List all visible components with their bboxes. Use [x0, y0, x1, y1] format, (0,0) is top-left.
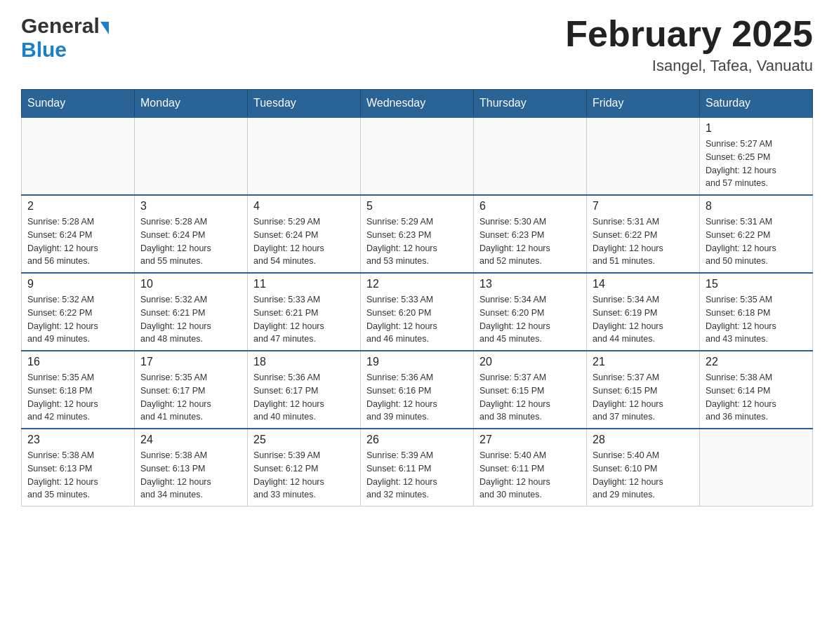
calendar-cell: 6Sunrise: 5:30 AM Sunset: 6:23 PM Daylig… [474, 195, 587, 273]
day-number: 4 [253, 200, 355, 213]
calendar-week-row: 16Sunrise: 5:35 AM Sunset: 6:18 PM Dayli… [22, 351, 813, 429]
day-number: 27 [479, 434, 581, 446]
day-info: Sunrise: 5:33 AM Sunset: 6:21 PM Dayligh… [253, 293, 355, 346]
day-number: 28 [593, 434, 694, 446]
day-info: Sunrise: 5:39 AM Sunset: 6:11 PM Dayligh… [366, 449, 468, 502]
location-text: Isangel, Tafea, Vanuatu [565, 57, 813, 75]
weekday-header-wednesday: Wednesday [361, 90, 474, 118]
calendar-cell: 17Sunrise: 5:35 AM Sunset: 6:17 PM Dayli… [135, 351, 248, 429]
day-number: 18 [253, 356, 355, 368]
title-block: February 2025 Isangel, Tafea, Vanuatu [565, 14, 813, 75]
page-header: General Blue February 2025 Isangel, Tafe… [21, 14, 813, 75]
calendar-cell: 11Sunrise: 5:33 AM Sunset: 6:21 PM Dayli… [248, 273, 361, 351]
calendar-cell [248, 117, 361, 195]
day-number: 9 [27, 278, 128, 290]
day-number: 11 [253, 278, 355, 290]
day-info: Sunrise: 5:35 AM Sunset: 6:18 PM Dayligh… [27, 371, 128, 424]
calendar-cell: 27Sunrise: 5:40 AM Sunset: 6:11 PM Dayli… [474, 429, 587, 507]
calendar-cell: 24Sunrise: 5:38 AM Sunset: 6:13 PM Dayli… [135, 429, 248, 507]
calendar-header-row: SundayMondayTuesdayWednesdayThursdayFrid… [22, 90, 813, 118]
calendar-cell: 14Sunrise: 5:34 AM Sunset: 6:19 PM Dayli… [587, 273, 700, 351]
day-number: 22 [706, 356, 807, 368]
weekday-header-thursday: Thursday [474, 90, 587, 118]
day-info: Sunrise: 5:37 AM Sunset: 6:15 PM Dayligh… [593, 371, 694, 424]
day-info: Sunrise: 5:35 AM Sunset: 6:18 PM Dayligh… [706, 293, 807, 346]
day-info: Sunrise: 5:27 AM Sunset: 6:25 PM Dayligh… [706, 137, 807, 190]
logo-general-text: General [21, 14, 100, 38]
calendar-cell: 23Sunrise: 5:38 AM Sunset: 6:13 PM Dayli… [22, 429, 135, 507]
day-info: Sunrise: 5:38 AM Sunset: 6:13 PM Dayligh… [140, 449, 241, 502]
day-info: Sunrise: 5:34 AM Sunset: 6:19 PM Dayligh… [593, 293, 694, 346]
calendar-cell: 7Sunrise: 5:31 AM Sunset: 6:22 PM Daylig… [587, 195, 700, 273]
day-info: Sunrise: 5:36 AM Sunset: 6:17 PM Dayligh… [253, 371, 355, 424]
calendar-cell: 3Sunrise: 5:28 AM Sunset: 6:24 PM Daylig… [135, 195, 248, 273]
calendar-cell: 20Sunrise: 5:37 AM Sunset: 6:15 PM Dayli… [474, 351, 587, 429]
day-info: Sunrise: 5:31 AM Sunset: 6:22 PM Dayligh… [706, 215, 807, 268]
day-info: Sunrise: 5:37 AM Sunset: 6:15 PM Dayligh… [479, 371, 581, 424]
calendar-cell: 12Sunrise: 5:33 AM Sunset: 6:20 PM Dayli… [361, 273, 474, 351]
calendar-cell: 4Sunrise: 5:29 AM Sunset: 6:24 PM Daylig… [248, 195, 361, 273]
day-info: Sunrise: 5:38 AM Sunset: 6:13 PM Dayligh… [27, 449, 128, 502]
day-info: Sunrise: 5:34 AM Sunset: 6:20 PM Dayligh… [479, 293, 581, 346]
calendar-week-row: 2Sunrise: 5:28 AM Sunset: 6:24 PM Daylig… [22, 195, 813, 273]
day-number: 3 [140, 200, 241, 213]
calendar-cell: 2Sunrise: 5:28 AM Sunset: 6:24 PM Daylig… [22, 195, 135, 273]
month-title: February 2025 [565, 14, 813, 54]
calendar-cell: 16Sunrise: 5:35 AM Sunset: 6:18 PM Dayli… [22, 351, 135, 429]
calendar-cell [700, 429, 813, 507]
day-number: 19 [366, 356, 468, 368]
day-number: 16 [27, 356, 128, 368]
calendar-table: SundayMondayTuesdayWednesdayThursdayFrid… [21, 89, 813, 507]
day-info: Sunrise: 5:38 AM Sunset: 6:14 PM Dayligh… [706, 371, 807, 424]
calendar-cell: 19Sunrise: 5:36 AM Sunset: 6:16 PM Dayli… [361, 351, 474, 429]
day-number: 15 [706, 278, 807, 290]
logo: General Blue [21, 14, 109, 62]
calendar-week-row: 1Sunrise: 5:27 AM Sunset: 6:25 PM Daylig… [22, 117, 813, 195]
day-info: Sunrise: 5:33 AM Sunset: 6:20 PM Dayligh… [366, 293, 468, 346]
calendar-cell: 25Sunrise: 5:39 AM Sunset: 6:12 PM Dayli… [248, 429, 361, 507]
day-info: Sunrise: 5:29 AM Sunset: 6:24 PM Dayligh… [253, 215, 355, 268]
calendar-cell: 15Sunrise: 5:35 AM Sunset: 6:18 PM Dayli… [700, 273, 813, 351]
day-info: Sunrise: 5:36 AM Sunset: 6:16 PM Dayligh… [366, 371, 468, 424]
calendar-cell: 8Sunrise: 5:31 AM Sunset: 6:22 PM Daylig… [700, 195, 813, 273]
day-number: 23 [27, 434, 128, 446]
calendar-cell [474, 117, 587, 195]
calendar-week-row: 9Sunrise: 5:32 AM Sunset: 6:22 PM Daylig… [22, 273, 813, 351]
weekday-header-monday: Monday [135, 90, 248, 118]
calendar-cell: 10Sunrise: 5:32 AM Sunset: 6:21 PM Dayli… [135, 273, 248, 351]
day-info: Sunrise: 5:40 AM Sunset: 6:11 PM Dayligh… [479, 449, 581, 502]
calendar-week-row: 23Sunrise: 5:38 AM Sunset: 6:13 PM Dayli… [22, 429, 813, 507]
calendar-cell: 26Sunrise: 5:39 AM Sunset: 6:11 PM Dayli… [361, 429, 474, 507]
calendar-cell: 18Sunrise: 5:36 AM Sunset: 6:17 PM Dayli… [248, 351, 361, 429]
weekday-header-sunday: Sunday [22, 90, 135, 118]
day-number: 13 [479, 278, 581, 290]
logo-blue-text: Blue [21, 38, 67, 61]
day-info: Sunrise: 5:39 AM Sunset: 6:12 PM Dayligh… [253, 449, 355, 502]
day-number: 26 [366, 434, 468, 446]
day-info: Sunrise: 5:40 AM Sunset: 6:10 PM Dayligh… [593, 449, 694, 502]
day-number: 1 [706, 122, 807, 135]
day-info: Sunrise: 5:30 AM Sunset: 6:23 PM Dayligh… [479, 215, 581, 268]
calendar-cell [22, 117, 135, 195]
calendar-cell [135, 117, 248, 195]
day-number: 6 [479, 200, 581, 213]
day-number: 21 [593, 356, 694, 368]
day-info: Sunrise: 5:35 AM Sunset: 6:17 PM Dayligh… [140, 371, 241, 424]
calendar-cell [361, 117, 474, 195]
day-info: Sunrise: 5:28 AM Sunset: 6:24 PM Dayligh… [140, 215, 241, 268]
day-number: 2 [27, 200, 128, 213]
day-number: 7 [593, 200, 694, 213]
calendar-cell: 22Sunrise: 5:38 AM Sunset: 6:14 PM Dayli… [700, 351, 813, 429]
day-info: Sunrise: 5:28 AM Sunset: 6:24 PM Dayligh… [27, 215, 128, 268]
day-number: 10 [140, 278, 241, 290]
day-number: 24 [140, 434, 241, 446]
calendar-cell [587, 117, 700, 195]
weekday-header-saturday: Saturday [700, 90, 813, 118]
day-number: 20 [479, 356, 581, 368]
calendar-cell: 9Sunrise: 5:32 AM Sunset: 6:22 PM Daylig… [22, 273, 135, 351]
weekday-header-tuesday: Tuesday [248, 90, 361, 118]
weekday-header-friday: Friday [587, 90, 700, 118]
calendar-cell: 5Sunrise: 5:29 AM Sunset: 6:23 PM Daylig… [361, 195, 474, 273]
day-number: 17 [140, 356, 241, 368]
day-number: 12 [366, 278, 468, 290]
